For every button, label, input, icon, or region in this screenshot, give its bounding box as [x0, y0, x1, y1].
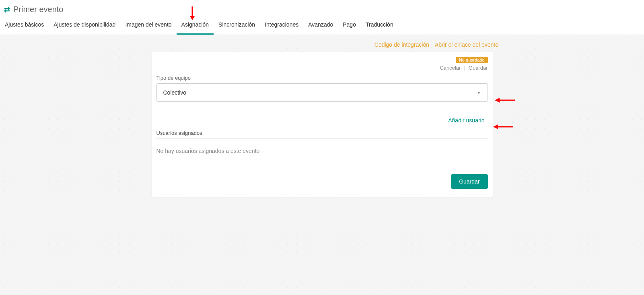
- add-user-button[interactable]: Añadir usuario: [448, 117, 484, 124]
- tab-translation[interactable]: Traducción: [361, 17, 398, 35]
- tab-event-image[interactable]: Imagen del evento: [120, 17, 176, 35]
- header: ⇄ Primer evento Ajustes básicos Ajustes …: [0, 0, 644, 35]
- save-row: Guardar: [156, 174, 488, 189]
- page-title: Primer evento: [13, 5, 64, 14]
- tab-integrations[interactable]: Integraciones: [260, 17, 303, 35]
- swap-icon: ⇄: [4, 5, 10, 14]
- title-row: ⇄ Primer evento: [0, 0, 644, 17]
- tab-advanced[interactable]: Avanzado: [303, 17, 338, 35]
- empty-users-text: No hay usuarios asignados a este evento: [156, 141, 488, 174]
- tab-basic-settings[interactable]: Ajustes básicos: [0, 17, 49, 35]
- separator: |: [464, 65, 465, 71]
- content: Codigo de integración Abrir el enlace de…: [0, 35, 644, 197]
- assigned-users-label: Usuarios asignados: [156, 130, 488, 139]
- team-type-label: Tipo de equipo: [156, 75, 488, 81]
- unsaved-badge: No guardado: [456, 57, 488, 63]
- add-user-row: Añadir usuario: [156, 117, 485, 124]
- tabs: Ajustes básicos Ajustes de disponibilida…: [0, 17, 644, 35]
- tab-assignment[interactable]: Asignación: [177, 17, 214, 35]
- chevron-down-icon: ▼: [477, 91, 481, 95]
- integration-code-link[interactable]: Codigo de integración: [374, 41, 429, 48]
- tab-payment[interactable]: Pago: [338, 17, 361, 35]
- team-type-value: Colectivo: [163, 89, 187, 96]
- tab-synchronization[interactable]: Sincronización: [214, 17, 260, 35]
- card: No guardado Cancelar | Guardar Tipo de e…: [152, 52, 493, 197]
- save-button[interactable]: Guardar: [451, 174, 488, 189]
- card-header: No guardado Cancelar | Guardar: [156, 57, 488, 71]
- tab-availability-settings[interactable]: Ajustes de disponibilidad: [49, 17, 120, 35]
- cancel-link[interactable]: Cancelar: [440, 65, 461, 71]
- team-type-select[interactable]: Colectivo ▼: [156, 83, 488, 102]
- card-actions: Cancelar | Guardar: [440, 65, 488, 71]
- open-event-link[interactable]: Abrir el enlace del evento: [435, 41, 498, 48]
- top-links: Codigo de integración Abrir el enlace de…: [0, 39, 644, 52]
- save-link[interactable]: Guardar: [469, 65, 488, 71]
